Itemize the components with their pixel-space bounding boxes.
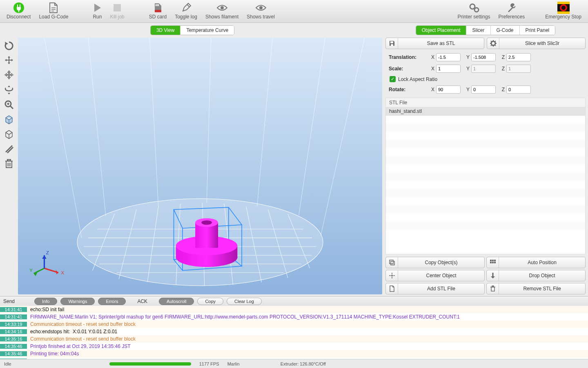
status-progress — [109, 362, 191, 366]
svg-rect-84 — [390, 260, 393, 264]
copy-objects-button[interactable]: Copy Object(s) — [385, 257, 485, 268]
sd-card-button[interactable]: SD card — [147, 1, 169, 20]
document-icon — [49, 2, 58, 14]
trash-icon[interactable] — [2, 157, 16, 170]
kill-job-label: Kill job — [110, 14, 124, 20]
remove-stl-button[interactable]: Remove STL File — [486, 283, 586, 294]
slice-button[interactable]: Slice with Slic3r — [487, 38, 586, 49]
ack-label: ACK — [137, 298, 147, 304]
load-gcode-button[interactable]: Load G-Code — [36, 1, 71, 20]
tab-3d-view[interactable]: 3D View — [151, 26, 180, 35]
list-item — [386, 165, 585, 173]
shows-travel-button[interactable]: Shows travel — [244, 1, 277, 20]
translation-label: Translation: — [389, 54, 425, 60]
tab-temperature-curve[interactable]: Temperature Curve — [180, 26, 234, 35]
drop-object-label: Drop Object — [499, 273, 585, 278]
toggle-log-button[interactable]: Toggle log — [172, 1, 200, 20]
svg-rect-10 — [158, 4, 159, 6]
status-firmware: Marlin — [227, 361, 240, 366]
translation-z-input[interactable] — [506, 53, 531, 61]
sd-card-label: SD card — [149, 14, 167, 20]
translation-x-input[interactable] — [436, 53, 461, 61]
rotate-z-input[interactable] — [506, 85, 531, 94]
disconnect-button[interactable]: Disconnect — [4, 1, 33, 20]
scale-x-input[interactable] — [436, 65, 461, 73]
clear-log-button[interactable]: Clear Log — [227, 298, 262, 305]
emergency-stop-button[interactable]: Emergency Stop — [543, 1, 584, 20]
svg-rect-32 — [7, 159, 11, 161]
shows-filament-button[interactable]: Shows filament — [203, 1, 241, 20]
warnings-filter-button[interactable]: Warnings — [60, 298, 95, 305]
lock-aspect-checkbox[interactable]: ✓ — [390, 76, 396, 82]
rotate-y-input[interactable] — [471, 85, 496, 94]
wrench-icon — [506, 2, 517, 14]
scale-label: Scale: — [389, 66, 425, 72]
svg-rect-88 — [494, 260, 496, 261]
move-icon[interactable] — [2, 69, 16, 82]
translation-y-input[interactable] — [471, 53, 496, 61]
run-button[interactable]: Run — [90, 1, 104, 20]
3d-viewport[interactable]: X Y Z — [18, 38, 382, 294]
svg-rect-90 — [492, 262, 494, 263]
svg-rect-86 — [490, 260, 492, 261]
pencil-icon — [181, 2, 191, 14]
tab-slicer[interactable]: Slicer — [466, 26, 490, 35]
right-panel: Object Placement Slicer G-Code Print Pan… — [384, 23, 588, 296]
svg-rect-17 — [557, 2, 570, 4]
rotate-view-icon[interactable] — [2, 83, 16, 96]
svg-point-66 — [201, 220, 212, 225]
scale-z-input — [506, 65, 531, 73]
list-item — [386, 140, 585, 148]
send-label: Send — [3, 298, 15, 304]
svg-point-75 — [491, 41, 495, 45]
parallel-lines-icon[interactable] — [2, 142, 16, 155]
errors-filter-button[interactable]: Errors — [98, 298, 126, 305]
shows-travel-label: Shows travel — [247, 14, 275, 20]
copy-log-button[interactable]: Copy — [197, 298, 223, 305]
info-filter-button[interactable]: Info — [34, 298, 57, 305]
copy-objects-label: Copy Object(s) — [398, 260, 484, 265]
tab-print-panel[interactable]: Print Panel — [520, 26, 555, 35]
list-item — [386, 124, 585, 132]
svg-rect-91 — [494, 262, 496, 263]
tab-gcode[interactable]: G-Code — [491, 26, 520, 35]
add-stl-label: Add STL File — [398, 286, 484, 292]
list-item — [386, 197, 585, 206]
log-output[interactable]: 14:31:41echo:SD init fail14:31:41FIRMWAR… — [0, 306, 588, 359]
remove-stl-label: Remove STL File — [499, 286, 585, 292]
svg-text:Y: Y — [29, 267, 33, 273]
list-item[interactable]: hashi_stand.stl — [386, 108, 585, 116]
center-object-button[interactable]: Center Object — [385, 270, 485, 281]
save-stl-button[interactable]: Save as STL — [385, 38, 484, 49]
drop-object-button[interactable]: Drop Object — [486, 270, 586, 281]
scale-y-input — [471, 65, 496, 73]
svg-line-83 — [495, 41, 496, 42]
status-state: Idle — [4, 361, 11, 366]
move-xy-icon[interactable] — [2, 54, 16, 67]
zoom-icon[interactable] — [2, 98, 16, 111]
list-item — [386, 214, 585, 222]
svg-point-14 — [470, 4, 475, 9]
svg-rect-74 — [391, 44, 393, 46]
printer-settings-button[interactable]: Printer settings — [455, 1, 493, 20]
svg-line-81 — [495, 45, 496, 46]
auto-position-button[interactable]: Auto Position — [486, 257, 586, 268]
list-item — [386, 173, 585, 181]
add-stl-button[interactable]: Add STL File — [385, 283, 485, 294]
preferences-label: Preferences — [499, 14, 525, 20]
ortho-icon[interactable] — [2, 128, 16, 141]
svg-line-80 — [491, 41, 492, 42]
perspective-icon[interactable] — [2, 113, 16, 126]
preferences-button[interactable]: Preferences — [496, 1, 528, 20]
autoscroll-button[interactable]: Autoscroll — [159, 298, 194, 305]
list-item — [386, 157, 585, 165]
svg-rect-9 — [157, 4, 158, 6]
rotate-x-input[interactable] — [436, 85, 461, 94]
reset-view-icon[interactable] — [2, 39, 16, 52]
svg-rect-8 — [156, 4, 156, 6]
shows-filament-label: Shows filament — [205, 14, 238, 20]
svg-rect-7 — [114, 4, 121, 11]
stl-file-list[interactable]: hashi_stand.stl — [385, 107, 586, 254]
tab-object-placement[interactable]: Object Placement — [416, 26, 467, 35]
grid-icon — [487, 257, 499, 268]
